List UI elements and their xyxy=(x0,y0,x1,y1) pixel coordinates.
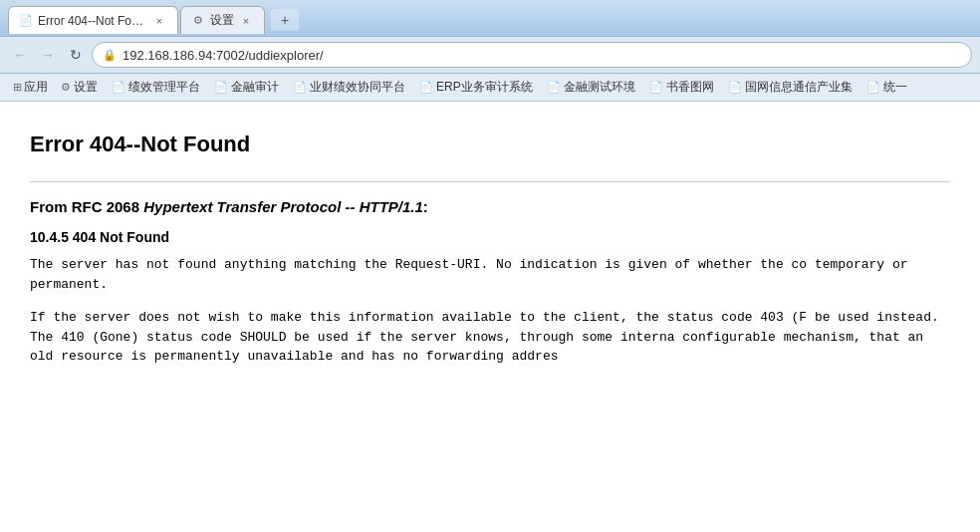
bookmark-book[interactable]: 📄 书香图网 xyxy=(643,77,720,98)
bookmark-settings-label: 设置 xyxy=(74,79,98,96)
sub-title: 10.4.5 404 Not Found xyxy=(30,229,950,245)
title-bar: 📄 Error 404--Not Found × ⚙ 设置 × + xyxy=(0,0,980,36)
section-title: From RFC 2068 Hypertext Transfer Protoco… xyxy=(30,198,950,215)
apps-grid-icon: ⊞ xyxy=(13,81,22,94)
address-bar[interactable]: 🔒 192.168.186.94:7002/uddiexplorer/ xyxy=(92,42,972,68)
tab-label-error404: Error 404--Not Found xyxy=(38,14,147,28)
bookmark-sgcc-icon: 📄 xyxy=(728,81,742,94)
bookmark-biz-perf[interactable]: 📄 业财绩效协同平台 xyxy=(287,77,411,98)
bookmark-finance-audit-label: 金融审计 xyxy=(231,79,279,96)
bookmark-perf-label: 绩效管理平台 xyxy=(128,79,200,96)
paragraph1: The server has not found anything matchi… xyxy=(30,255,950,294)
nav-bar: ← → ↻ 🔒 192.168.186.94:7002/uddiexplorer… xyxy=(0,36,980,74)
bookmark-sgcc[interactable]: 📄 国网信息通信产业集 xyxy=(722,77,858,98)
tab-settings[interactable]: ⚙ 设置 × xyxy=(180,6,265,34)
tab-error404[interactable]: 📄 Error 404--Not Found × xyxy=(8,6,178,34)
tab-page-icon: 📄 xyxy=(19,14,33,28)
bookmark-biz-perf-label: 业财绩效协同平台 xyxy=(310,79,405,96)
bookmark-unified-icon: 📄 xyxy=(866,81,880,94)
bookmark-book-label: 书香图网 xyxy=(666,79,714,96)
refresh-button[interactable]: ↻ xyxy=(64,43,88,67)
bookmark-finance-audit-icon: 📄 xyxy=(214,81,228,94)
bookmark-erp[interactable]: 📄 ERP业务审计系统 xyxy=(413,77,539,98)
bookmark-unified-label: 统一 xyxy=(883,79,907,96)
bookmark-unified[interactable]: 📄 统一 xyxy=(860,77,913,98)
error-title: Error 404--Not Found xyxy=(30,132,950,157)
tab-settings-icon: ⚙ xyxy=(191,14,205,28)
bookmark-erp-icon: 📄 xyxy=(419,81,433,94)
apps-label: 应用 xyxy=(24,79,48,96)
address-text: 192.168.186.94:7002/uddiexplorer/ xyxy=(122,48,324,63)
bookmarks-apps[interactable]: ⊞ 应用 xyxy=(8,77,53,98)
bookmark-book-icon: 📄 xyxy=(649,81,663,94)
bookmark-finance-test-label: 金融测试环境 xyxy=(564,79,635,96)
bookmark-finance-audit[interactable]: 📄 金融审计 xyxy=(208,77,285,98)
tab-close-error404[interactable]: × xyxy=(151,13,167,29)
lock-icon: 🔒 xyxy=(103,49,117,62)
forward-button[interactable]: → xyxy=(36,43,60,67)
tab-close-settings[interactable]: × xyxy=(238,13,254,29)
new-tab-button[interactable]: + xyxy=(271,9,299,31)
bookmark-perf[interactable]: 📄 绩效管理平台 xyxy=(106,77,206,98)
section-title-plain: From RFC 2068 xyxy=(30,198,143,215)
bookmark-sgcc-label: 国网信息通信产业集 xyxy=(745,79,853,96)
tab-label-settings: 设置 xyxy=(210,12,234,29)
bookmark-settings-icon: ⚙ xyxy=(61,81,71,94)
section-title-suffix: : xyxy=(423,198,428,215)
back-button[interactable]: ← xyxy=(8,43,32,67)
bookmark-biz-perf-icon: 📄 xyxy=(293,81,307,94)
paragraph2: If the server does not wish to make this… xyxy=(30,308,950,367)
bookmark-settings[interactable]: ⚙ 设置 xyxy=(55,77,104,98)
bookmarks-bar: ⊞ 应用 ⚙ 设置 📄 绩效管理平台 📄 金融审计 📄 业财绩效协同平台 📄 E… xyxy=(0,74,980,102)
page-content: Error 404--Not Found From RFC 2068 Hyper… xyxy=(0,102,980,480)
section-divider xyxy=(30,181,950,182)
bookmark-erp-label: ERP业务审计系统 xyxy=(436,79,533,96)
section-title-italic: Hypertext Transfer Protocol -- HTTP/1.1 xyxy=(143,198,423,215)
bookmark-finance-test-icon: 📄 xyxy=(547,81,561,94)
bookmark-perf-icon: 📄 xyxy=(112,81,125,94)
bookmark-finance-test[interactable]: 📄 金融测试环境 xyxy=(541,77,641,98)
browser-frame: 📄 Error 404--Not Found × ⚙ 设置 × + ← → ↻ … xyxy=(0,0,980,102)
